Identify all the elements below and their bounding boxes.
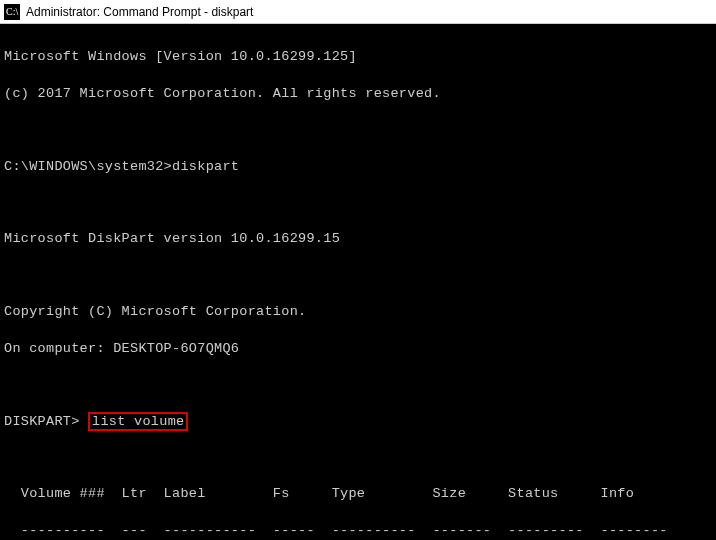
window-title-bar[interactable]: C:\ Administrator: Command Prompt - disk… — [0, 0, 716, 24]
terminal-output[interactable]: Microsoft Windows [Version 10.0.16299.12… — [0, 24, 716, 540]
window-title: Administrator: Command Prompt - diskpart — [26, 5, 253, 19]
highlight-list-volume: list volume — [88, 412, 188, 431]
table-header: Volume ### Ltr Label Fs Type Size Status… — [4, 485, 712, 503]
blank-line — [4, 267, 712, 285]
line-dp-copyright: Copyright (C) Microsoft Corporation. — [4, 303, 712, 321]
dp-prompt: DISKPART> — [4, 414, 88, 429]
blank-line — [4, 449, 712, 467]
blank-line — [4, 194, 712, 212]
line-cmd-list-volume: DISKPART> list volume — [4, 413, 712, 431]
line-copyright: (c) 2017 Microsoft Corporation. All righ… — [4, 85, 712, 103]
line-dp-version: Microsoft DiskPart version 10.0.16299.15 — [4, 230, 712, 248]
line-on-computer: On computer: DESKTOP-6O7QMQ6 — [4, 340, 712, 358]
blank-line — [4, 121, 712, 139]
line-winver: Microsoft Windows [Version 10.0.16299.12… — [4, 48, 712, 66]
svg-text:C:\: C:\ — [6, 6, 18, 17]
line-prompt-diskpart: C:\WINDOWS\system32>diskpart — [4, 158, 712, 176]
cmd-icon: C:\ — [4, 4, 20, 20]
blank-line — [4, 376, 712, 394]
table-divider: ---------- --- ----------- ----- -------… — [4, 522, 712, 540]
